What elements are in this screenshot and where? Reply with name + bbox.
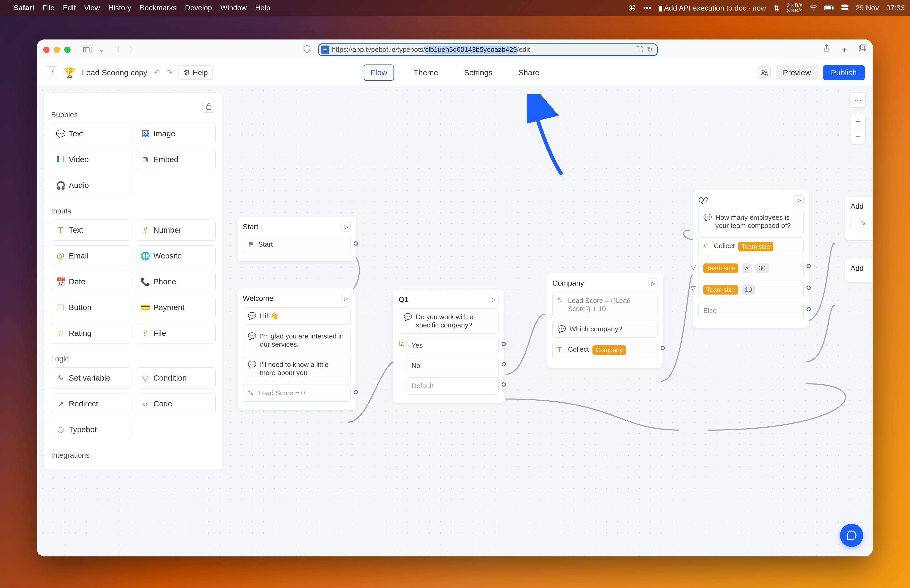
output-port[interactable]: [502, 383, 506, 387]
output-port[interactable]: [807, 307, 811, 311]
group-title[interactable]: Q1: [399, 295, 408, 304]
control-center-icon[interactable]: [841, 4, 848, 12]
menu-help[interactable]: Help: [255, 4, 270, 12]
bot-name[interactable]: Lead Scoring copy: [82, 68, 147, 77]
zoom-out-button[interactable]: －: [850, 129, 865, 144]
maximize-window-button[interactable]: [64, 47, 71, 53]
output-port[interactable]: [661, 346, 665, 350]
step-collect[interactable]: T Collect Company: [553, 341, 658, 359]
group-add-2[interactable]: Add: [845, 259, 873, 282]
step-text[interactable]: 💬Which company?: [553, 321, 658, 338]
block-payment-input[interactable]: 💳Payment: [136, 297, 216, 318]
sync-icon[interactable]: ⇅: [773, 4, 779, 12]
block-website-input[interactable]: 🌐Website: [136, 245, 216, 267]
share-icon[interactable]: [823, 44, 830, 55]
menu-history[interactable]: History: [108, 4, 131, 12]
reload-icon[interactable]: ↻: [647, 45, 653, 54]
group-welcome[interactable]: Welcome ▷ 💬Hi! 👋 💬I'm glad you are inter…: [238, 289, 356, 410]
lock-panel-button[interactable]: [202, 100, 215, 113]
block-number-input[interactable]: #Number: [136, 220, 216, 241]
group-title[interactable]: Add: [850, 264, 864, 273]
canvas[interactable]: Bubbles 💬Text 🖼Image 🎞Video ⧉Embed 🎧Audi…: [37, 85, 873, 556]
zoom-in-button[interactable]: ＋: [850, 114, 865, 129]
group-q1[interactable]: Q1 ▷ 💬Do you work with a specific compan…: [393, 289, 504, 403]
block-file-input[interactable]: ⇪File: [136, 323, 216, 344]
back-to-bots-button[interactable]: 〈: [45, 66, 57, 79]
menu-file[interactable]: File: [43, 4, 55, 12]
block-condition[interactable]: ▽Condition: [136, 367, 216, 388]
option-default[interactable]: Default: [407, 378, 499, 394]
step-text[interactable]: 💬I'm glad you are intersted in our servi…: [243, 328, 351, 353]
block-text-bubble[interactable]: 💬Text: [51, 123, 131, 144]
group-title[interactable]: Start: [243, 223, 258, 231]
tab-share[interactable]: Share: [512, 65, 546, 80]
group-title[interactable]: Company: [553, 279, 584, 288]
block-redirect[interactable]: ↗Redirect: [51, 393, 131, 414]
step-collect[interactable]: # Collect Team size: [698, 237, 803, 256]
step-set-variable[interactable]: ✎Lead Score = {{Lead Score}} + 10: [553, 292, 658, 317]
group-title[interactable]: Welcome: [243, 294, 273, 303]
output-port[interactable]: [502, 362, 506, 367]
reader-icon[interactable]: ⛶: [637, 45, 643, 54]
tabs-icon[interactable]: [859, 44, 866, 55]
minimize-window-button[interactable]: [54, 47, 60, 53]
step-start[interactable]: ⚑ Start: [243, 236, 351, 253]
block-phone-input[interactable]: 📞Phone: [136, 271, 216, 292]
tab-settings[interactable]: Settings: [457, 65, 499, 80]
menubar-app-name[interactable]: Safari: [14, 4, 34, 12]
step-placeholder[interactable]: ✎: [850, 215, 873, 232]
block-embed[interactable]: ⧉Embed: [136, 149, 216, 170]
address-bar[interactable]: ☰ https://app.typebot.io/typebots/clb1ue…: [318, 44, 658, 56]
output-port[interactable]: [807, 286, 811, 290]
block-set-variable[interactable]: ✎Set variable: [51, 367, 131, 388]
step-text[interactable]: 💬Do you work with a specific company?: [399, 309, 499, 334]
block-email-input[interactable]: @Email: [51, 245, 131, 267]
block-button-input[interactable]: ☐Button: [51, 297, 131, 318]
step-else[interactable]: Else: [698, 302, 803, 319]
menu-edit[interactable]: Edit: [63, 4, 76, 12]
play-icon[interactable]: ▷: [794, 195, 803, 205]
group-company[interactable]: Company ▷ ✎Lead Score = {{Lead Score}} +…: [547, 273, 663, 368]
menu-develop[interactable]: Develop: [185, 4, 212, 12]
step-text[interactable]: 💬Hi! 👋: [243, 307, 351, 325]
play-icon[interactable]: ▷: [341, 294, 351, 303]
menu-window[interactable]: Window: [220, 4, 247, 12]
battery-icon[interactable]: [824, 4, 834, 12]
play-icon[interactable]: ▷: [648, 278, 658, 288]
option-yes[interactable]: Yes: [407, 337, 499, 354]
back-button[interactable]: 〈: [112, 45, 122, 55]
undo-button[interactable]: ↶: [154, 68, 160, 77]
publish-button[interactable]: Publish: [823, 65, 865, 80]
step-condition[interactable]: ▽ Team size 10: [698, 281, 803, 299]
group-q2[interactable]: Q2 ▷ 💬How many employees is your team co…: [693, 190, 809, 328]
step-set-variable[interactable]: ✎ Lead Score = 0: [243, 384, 351, 402]
output-port[interactable]: [807, 264, 811, 268]
block-text-input[interactable]: TText: [51, 220, 131, 241]
privacy-shield-icon[interactable]: [303, 45, 311, 54]
output-port[interactable]: [502, 342, 506, 346]
task-status[interactable]: ▮ Add API execution to doc · now: [658, 4, 766, 12]
group-title[interactable]: Q2: [698, 196, 708, 204]
time[interactable]: 07:33: [886, 4, 905, 12]
date[interactable]: 29 Nov: [855, 4, 879, 12]
help-button[interactable]: ⚙ Help: [178, 65, 213, 80]
step-text[interactable]: 💬How many employees is your team compose…: [698, 209, 803, 234]
more-icon[interactable]: •••: [643, 4, 651, 12]
group-title[interactable]: Add: [850, 202, 864, 210]
block-video[interactable]: 🎞Video: [51, 149, 131, 170]
canvas-menu-button[interactable]: ⋯: [850, 93, 865, 107]
menu-bookmarks[interactable]: Bookmarks: [140, 4, 177, 12]
block-date-input[interactable]: 📅Date: [51, 271, 131, 292]
wifi-icon[interactable]: [810, 4, 817, 12]
block-image[interactable]: 🖼Image: [136, 123, 216, 144]
support-chat-button[interactable]: [840, 524, 863, 547]
group-start[interactable]: Start ▷ ⚑ Start: [238, 217, 356, 262]
forward-button[interactable]: 〉: [127, 45, 138, 55]
play-icon[interactable]: ▷: [489, 295, 499, 304]
block-rating-input[interactable]: ☆Rating: [51, 323, 131, 344]
block-audio[interactable]: 🎧Audio: [51, 175, 131, 196]
new-tab-icon[interactable]: ＋: [840, 44, 849, 55]
tab-theme[interactable]: Theme: [407, 65, 444, 80]
chevron-down-icon[interactable]: ⌄: [97, 45, 106, 54]
block-typebot[interactable]: ⬡Typebot: [51, 419, 131, 440]
